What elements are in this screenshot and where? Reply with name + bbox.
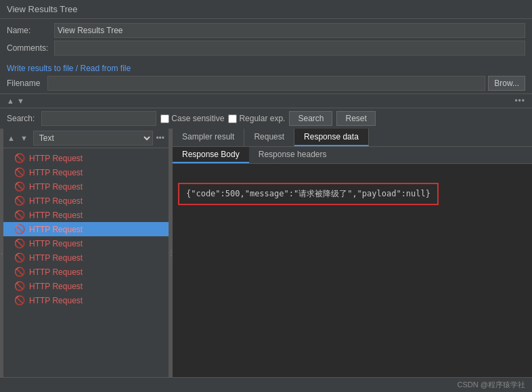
tree-item-label-8: HTTP Request	[29, 253, 83, 263]
error-icon-8: 🚫	[14, 253, 25, 263]
tree-item-label-1: HTTP Request	[29, 154, 83, 163]
watermark-text: CSDN @程序猿学社	[458, 380, 525, 390]
reset-button[interactable]: Reset	[336, 111, 375, 126]
filename-row: Filename Brow...	[0, 74, 532, 93]
content-area: ⋮ ▲ ▼ Text ••• 🚫 HTTP Request 🚫	[0, 129, 532, 377]
bottom-bar: CSDN @程序猿学社	[0, 377, 532, 392]
error-icon-10: 🚫	[14, 281, 25, 291]
case-sensitive-checkbox[interactable]	[160, 114, 169, 123]
tree-item-label-3: HTTP Request	[29, 182, 83, 192]
name-row: Name:	[7, 23, 525, 38]
menu-dots-1[interactable]: •••	[514, 96, 525, 106]
tree-item[interactable]: 🚫 HTTP Request	[3, 293, 169, 307]
tree-item[interactable]: 🚫 HTTP Request	[3, 251, 169, 265]
tree-item-label-4: HTTP Request	[29, 196, 83, 206]
comments-label: Comments:	[7, 43, 54, 53]
error-icon-3: 🚫	[14, 181, 25, 192]
tree-item-label-6: HTTP Request	[29, 225, 83, 234]
write-results-link[interactable]: Write results to file / Read from file	[0, 62, 532, 74]
error-icon-9: 🚫	[14, 267, 25, 277]
search-row: Search: Case sensitive Regular exp. Sear…	[0, 108, 532, 129]
left-panel: ▲ ▼ Text ••• 🚫 HTTP Request 🚫 HTTP Reque…	[3, 129, 169, 377]
error-icon-6: 🚫	[14, 224, 25, 234]
error-icon-1: 🚫	[14, 153, 25, 163]
tree-item-selected[interactable]: 🚫 HTTP Request	[3, 222, 169, 236]
tree-list: 🚫 HTTP Request 🚫 HTTP Request 🚫 HTTP Req…	[3, 148, 169, 377]
filename-input[interactable]	[47, 76, 485, 91]
regular-exp-label[interactable]: Regular exp.	[228, 114, 285, 123]
title-bar: View Results Tree	[0, 0, 532, 19]
tree-item[interactable]: 🚫 HTTP Request	[3, 279, 169, 293]
error-icon-4: 🚫	[14, 196, 25, 206]
error-icon-7: 🚫	[14, 238, 25, 248]
response-tabs-row: Response Body Response headers	[173, 147, 532, 164]
error-icon-11: 🚫	[14, 295, 25, 305]
left-toolbar: ▲ ▼ Text •••	[3, 129, 169, 148]
comments-input[interactable]	[54, 41, 525, 56]
error-icon-2: 🚫	[14, 167, 25, 177]
comments-row: Comments:	[7, 41, 525, 56]
response-body-area[interactable]: {"code":500,"message":"请求被降级了","payload"…	[173, 164, 532, 377]
error-icon-5: 🚫	[14, 210, 25, 220]
response-body-text: {"code":500,"message":"请求被降级了","payload"…	[186, 189, 430, 198]
filename-label: Filename	[7, 79, 47, 88]
search-label: Search:	[7, 114, 35, 123]
tree-item[interactable]: 🚫 HTTP Request	[3, 179, 169, 194]
right-panel: Sampler result Request Response data Res…	[173, 129, 532, 377]
response-code-box: {"code":500,"message":"请求被降级了","payload"…	[178, 183, 439, 205]
tab-response-headers[interactable]: Response headers	[249, 147, 336, 163]
tab-request[interactable]: Request	[244, 129, 294, 146]
tree-item-label-2: HTTP Request	[29, 168, 83, 177]
case-sensitive-label[interactable]: Case sensitive	[160, 114, 224, 123]
tree-item[interactable]: 🚫 HTTP Request	[3, 208, 169, 222]
tree-item[interactable]: 🚫 HTTP Request	[3, 194, 169, 208]
browse-button[interactable]: Brow...	[488, 76, 525, 91]
regular-exp-checkbox[interactable]	[228, 114, 237, 123]
collapse-arrow-2[interactable]: ▲	[7, 134, 15, 142]
text-format-dropdown[interactable]: Text	[33, 131, 154, 146]
toolbar-row-1: ▲ ▼ •••	[0, 93, 532, 108]
collapse-arrow-1[interactable]: ▲	[7, 97, 14, 105]
tree-item-label-10: HTTP Request	[29, 282, 83, 291]
main-container: View Results Tree Name: Comments: Write …	[0, 0, 532, 392]
name-input[interactable]	[54, 23, 525, 38]
tree-item[interactable]: 🚫 HTTP Request	[3, 151, 169, 165]
tree-item[interactable]: 🚫 HTTP Request	[3, 265, 169, 279]
tab-response-body[interactable]: Response Body	[173, 147, 249, 163]
expand-arrow-1[interactable]: ▼	[17, 97, 24, 105]
expand-arrow-2[interactable]: ▼	[20, 134, 28, 142]
tab-sampler-result[interactable]: Sampler result	[173, 129, 244, 146]
tree-item-label-11: HTTP Request	[29, 296, 83, 305]
main-tabs-row: Sampler result Request Response data	[173, 129, 532, 147]
name-label: Name:	[7, 26, 54, 35]
form-section: Name: Comments:	[0, 19, 532, 62]
search-button[interactable]: Search	[289, 111, 332, 126]
menu-dots-2[interactable]: •••	[156, 133, 164, 143]
tree-item[interactable]: 🚫 HTTP Request	[3, 165, 169, 179]
tree-item-label-5: HTTP Request	[29, 211, 83, 220]
tree-item-label-9: HTTP Request	[29, 267, 83, 277]
tree-item[interactable]: 🚫 HTTP Request	[3, 236, 169, 251]
search-input[interactable]	[41, 111, 156, 126]
title-text: View Results Tree	[7, 4, 78, 14]
tree-item-label-7: HTTP Request	[29, 239, 83, 248]
tab-response-data[interactable]: Response data	[294, 129, 369, 146]
